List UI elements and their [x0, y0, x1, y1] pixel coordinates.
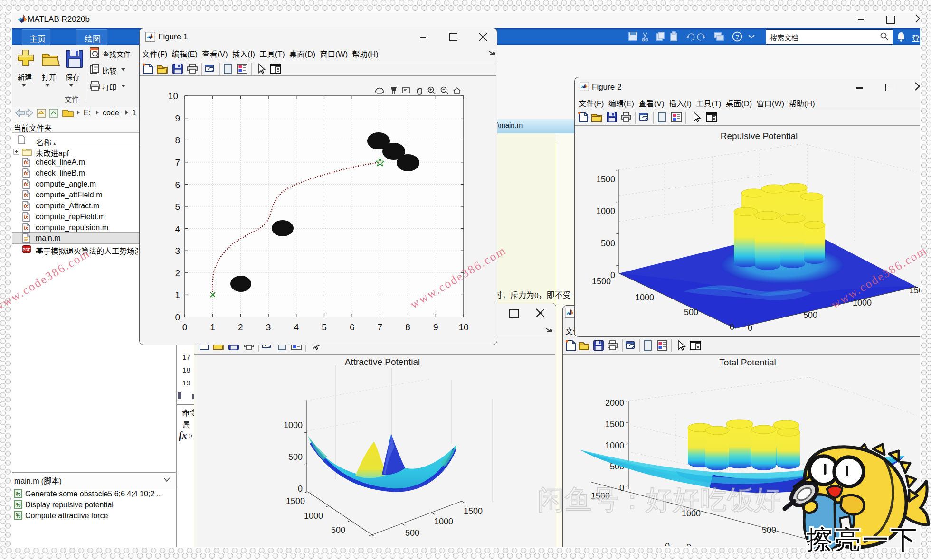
svg-text:7: 7 — [378, 322, 383, 332]
svg-text:fx: fx — [24, 171, 28, 176]
svg-text:fx: fx — [24, 193, 28, 198]
svg-text:fx: fx — [24, 225, 28, 231]
svg-text:1500: 1500 — [286, 496, 305, 506]
svg-text:%: % — [16, 491, 21, 497]
svg-text:9: 9 — [433, 322, 438, 332]
svg-text:8: 8 — [405, 322, 410, 332]
svg-text:2000: 2000 — [605, 398, 624, 408]
svg-text:0: 0 — [182, 322, 188, 332]
svg-text:%: % — [16, 502, 21, 508]
svg-text:1: 1 — [210, 322, 215, 332]
svg-text:0: 0 — [665, 541, 670, 546]
svg-text:6: 6 — [175, 180, 180, 190]
svg-text:1500: 1500 — [592, 277, 611, 286]
svg-text:500: 500 — [684, 308, 698, 317]
svg-text:1000: 1000 — [434, 517, 453, 526]
svg-text:0: 0 — [175, 312, 180, 322]
svg-text:7: 7 — [175, 158, 180, 168]
svg-text:1500: 1500 — [464, 506, 483, 516]
svg-text:Repulsive Potential: Repulsive Potential — [721, 131, 798, 141]
svg-text:0: 0 — [686, 542, 691, 546]
svg-text:?: ? — [735, 33, 739, 40]
svg-text:4: 4 — [175, 224, 180, 234]
svg-text:5: 5 — [322, 322, 327, 332]
svg-text:500: 500 — [288, 452, 303, 462]
svg-text:1000: 1000 — [635, 293, 654, 302]
svg-text:10: 10 — [168, 91, 178, 101]
svg-text:2: 2 — [175, 268, 180, 278]
svg-text:8: 8 — [175, 135, 180, 145]
svg-text:0: 0 — [298, 484, 303, 494]
svg-text:0: 0 — [748, 323, 752, 333]
svg-text:fx: fx — [24, 204, 28, 209]
svg-text:Total Potential: Total Potential — [719, 357, 776, 367]
svg-text:1000: 1000 — [284, 420, 303, 430]
svg-text:PDF: PDF — [23, 247, 31, 252]
svg-text:500: 500 — [405, 528, 419, 538]
svg-text:3: 3 — [175, 246, 180, 256]
svg-text:1000: 1000 — [853, 298, 872, 308]
svg-text:0: 0 — [610, 271, 615, 280]
svg-text:3: 3 — [266, 322, 271, 332]
svg-text:Attractive Potential: Attractive Potential — [345, 357, 420, 367]
svg-text:1500: 1500 — [596, 175, 615, 184]
svg-text:10: 10 — [458, 322, 468, 332]
svg-text:5: 5 — [175, 202, 180, 212]
svg-text:6: 6 — [350, 322, 355, 332]
svg-text:fx: fx — [24, 160, 28, 165]
svg-text:500: 500 — [803, 310, 817, 320]
svg-text:1500: 1500 — [605, 420, 624, 429]
svg-text:500: 500 — [331, 525, 345, 535]
svg-text:9: 9 — [175, 113, 180, 123]
svg-text:4: 4 — [294, 322, 299, 332]
svg-text:1000: 1000 — [596, 206, 615, 216]
svg-text:2: 2 — [238, 322, 243, 332]
svg-text:fx: fx — [24, 182, 28, 187]
svg-text:0: 0 — [730, 322, 734, 332]
svg-text:1000: 1000 — [304, 511, 323, 521]
svg-text:500: 500 — [601, 239, 615, 248]
svg-text:1: 1 — [175, 290, 180, 300]
svg-text:1000: 1000 — [605, 441, 624, 450]
svg-text:fx: fx — [24, 215, 28, 220]
svg-text:擦亮一下: 擦亮一下 — [807, 525, 919, 554]
svg-text:%: % — [16, 513, 21, 519]
